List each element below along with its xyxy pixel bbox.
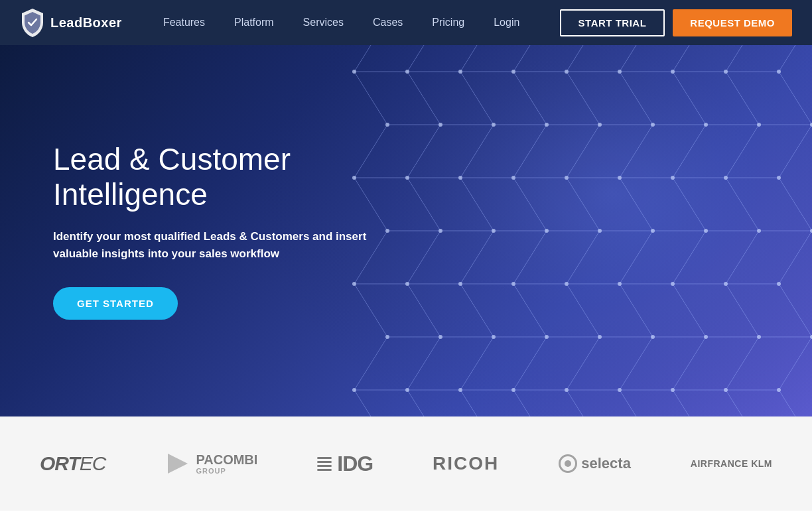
svg-point-151 [651, 123, 655, 127]
selecta-circle-icon [559, 454, 577, 473]
svg-point-179 [671, 282, 675, 286]
svg-point-159 [565, 176, 569, 180]
start-trial-button[interactable]: START TRIAL [560, 9, 665, 36]
svg-point-147 [439, 123, 442, 127]
svg-point-168 [598, 229, 602, 233]
ricoh-text: RICOH [433, 453, 499, 474]
selecta-text: selecta [581, 455, 631, 472]
svg-point-149 [545, 123, 549, 127]
svg-point-195 [565, 388, 569, 392]
svg-point-170 [704, 229, 708, 233]
svg-point-194 [511, 388, 515, 392]
hero-title: Lead & Customer Intelligence [53, 142, 451, 212]
idg-lines-icon [317, 457, 332, 471]
hero-subtitle: Identify your most qualified Leads & Cus… [53, 228, 398, 263]
ortec-logo: ORTEC [40, 452, 105, 475]
pacombi-sub-text: GROUP [196, 467, 257, 475]
ortec-text: ORTEC [40, 452, 105, 475]
idg-text: IDG [337, 452, 373, 476]
svg-point-198 [724, 388, 728, 392]
logo-icon [20, 8, 45, 37]
svg-point-175 [458, 282, 462, 286]
svg-point-142 [618, 70, 622, 74]
svg-point-189 [757, 335, 761, 339]
pacombi-main-text: PACOMBI [196, 452, 257, 467]
svg-point-140 [511, 70, 515, 74]
svg-point-163 [777, 176, 781, 180]
svg-point-176 [511, 282, 515, 286]
selecta-logo: selecta [559, 454, 631, 473]
svg-point-153 [757, 123, 761, 127]
svg-point-138 [405, 70, 409, 74]
logo-text: LeadBoxer [50, 15, 122, 31]
svg-point-199 [777, 388, 781, 392]
svg-point-187 [651, 335, 655, 339]
svg-marker-200 [168, 454, 188, 474]
ricoh-logo: RICOH [433, 453, 499, 474]
svg-point-177 [565, 282, 569, 286]
svg-point-182 [385, 335, 389, 339]
svg-point-178 [618, 282, 622, 286]
svg-point-160 [618, 176, 622, 180]
svg-point-144 [724, 70, 728, 74]
svg-point-161 [671, 176, 675, 180]
svg-point-185 [545, 335, 549, 339]
nav-cases[interactable]: Cases [358, 0, 417, 45]
svg-point-169 [651, 229, 655, 233]
svg-point-186 [598, 335, 602, 339]
svg-point-137 [352, 70, 356, 74]
nav-login[interactable]: Login [479, 0, 534, 45]
svg-point-143 [671, 70, 675, 74]
svg-point-192 [405, 388, 409, 392]
idg-logo: IDG [317, 452, 373, 476]
nav-features[interactable]: Features [149, 0, 220, 45]
svg-point-191 [352, 388, 356, 392]
logo-link[interactable]: LeadBoxer [20, 8, 122, 37]
svg-point-162 [724, 176, 728, 180]
svg-point-171 [757, 229, 761, 233]
svg-point-197 [671, 388, 675, 392]
nav-platform[interactable]: Platform [220, 0, 289, 45]
navbar: LeadBoxer Features Platform Services Cas… [0, 0, 812, 45]
pacombi-logo: PACOMBI GROUP [165, 451, 257, 476]
svg-point-145 [777, 70, 781, 74]
nav-services[interactable]: Services [289, 0, 358, 45]
svg-point-157 [458, 176, 462, 180]
airfranceklm-text: AIRFRANCE KLM [691, 458, 772, 469]
hero-content: Lead & Customer Intelligence Identify yo… [0, 142, 451, 319]
nav-links: Features Platform Services Cases Pricing… [149, 0, 560, 45]
selecta-dot-icon [565, 460, 571, 467]
svg-point-183 [439, 335, 442, 339]
svg-point-188 [704, 335, 708, 339]
svg-point-184 [492, 335, 496, 339]
svg-point-139 [458, 70, 462, 74]
request-demo-button[interactable]: REQUEST DEMO [673, 9, 792, 36]
svg-point-196 [618, 388, 622, 392]
svg-point-152 [704, 123, 708, 127]
svg-point-180 [724, 282, 728, 286]
get-started-button[interactable]: GET STARTED [53, 287, 178, 320]
svg-point-167 [545, 229, 549, 233]
svg-point-148 [492, 123, 496, 127]
svg-point-193 [458, 388, 462, 392]
nav-actions: START TRIAL REQUEST DEMO [560, 9, 792, 36]
svg-point-141 [565, 70, 569, 74]
svg-point-158 [511, 176, 515, 180]
svg-point-166 [492, 229, 496, 233]
nav-pricing[interactable]: Pricing [417, 0, 479, 45]
svg-point-146 [385, 123, 389, 127]
logos-section: ORTEC PACOMBI GROUP IDG RICOH selecta AI [0, 416, 812, 511]
svg-point-181 [777, 282, 781, 286]
hero-section: Lead & Customer Intelligence Identify yo… [0, 45, 812, 416]
airfranceklm-logo: AIRFRANCE KLM [691, 458, 772, 469]
svg-point-150 [598, 123, 602, 127]
pacombi-icon [165, 451, 190, 476]
